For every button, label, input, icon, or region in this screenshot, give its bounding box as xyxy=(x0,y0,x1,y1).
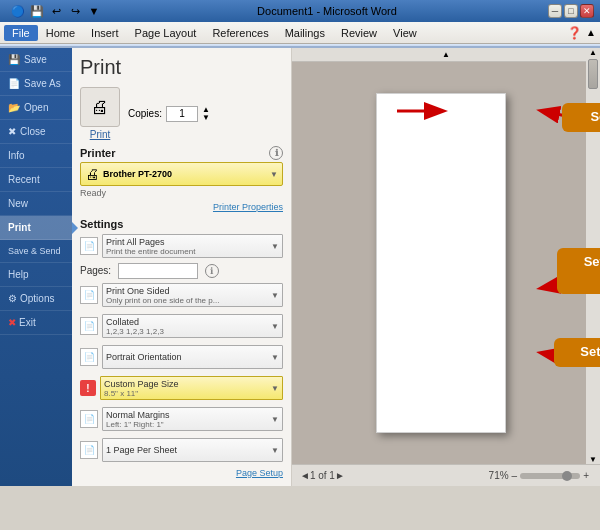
preview-scroll-right: ▲ ▼ xyxy=(586,48,600,464)
menu-mailings[interactable]: Mailings xyxy=(277,25,333,41)
zoom-minus-icon[interactable]: – xyxy=(512,470,518,481)
leftnav: 💾Save 📄Save As 📂Open ✖Close Info Recent … xyxy=(0,48,72,486)
orientation-arrow: ▼ xyxy=(271,353,279,362)
printer-dropdown-arrow: ▼ xyxy=(270,170,278,179)
zoom-slider[interactable] xyxy=(520,473,580,479)
page-size-exclaim-icon: ! xyxy=(80,380,96,396)
menu-page-layout[interactable]: Page Layout xyxy=(127,25,205,41)
scroll-top-arrow[interactable]: ▲ xyxy=(442,50,450,59)
nav-options[interactable]: ⚙Options xyxy=(0,287,72,311)
page-size-arrow: ▼ xyxy=(271,384,279,393)
print-button-area: 🖨 Print Copies: ▲ ▼ xyxy=(80,87,283,140)
pages-info-icon[interactable]: ℹ xyxy=(205,264,219,278)
collated-arrow: ▼ xyxy=(271,322,279,331)
margins-text: Normal Margins Left: 1" Right: 1" xyxy=(106,410,170,429)
minimize-ribbon-icon[interactable]: ▲ xyxy=(586,27,596,38)
print-title: Print xyxy=(80,56,283,79)
printer-dropdown[interactable]: 🖨 Brother PT-2700 ▼ xyxy=(80,162,283,186)
pages-label: Pages: ℹ xyxy=(80,263,283,279)
printer-icon: 🖨 xyxy=(91,97,109,118)
orientation-text: Portrait Orientation xyxy=(106,352,182,362)
zoom-plus-icon[interactable]: + xyxy=(583,470,589,481)
window-title: Document1 - Microsoft Word xyxy=(257,5,397,17)
menu-references[interactable]: References xyxy=(204,25,276,41)
dropdown-qat-icon[interactable]: ▼ xyxy=(86,3,102,19)
page-info: 1 of 1 xyxy=(310,470,335,481)
pages-input[interactable] xyxy=(118,263,198,279)
margins-dropdown[interactable]: Normal Margins Left: 1" Right: 1" ▼ xyxy=(102,407,283,431)
print-all-dropdown[interactable]: Print All Pages Print the entire documen… xyxy=(102,234,283,258)
setting-row-collated: 📄 Collated 1,2,3 1,2,3 1,2,3 ▼ xyxy=(80,312,283,340)
print-all-arrow: ▼ xyxy=(271,242,279,251)
one-sided-dropdown[interactable]: Print One Sided Only print on one side o… xyxy=(102,283,283,307)
nav-print-arrow xyxy=(72,222,78,234)
save-qat-icon[interactable]: 💾 xyxy=(29,3,45,19)
copies-down-icon[interactable]: ▼ xyxy=(202,114,210,122)
menu-review[interactable]: Review xyxy=(333,25,385,41)
orientation-dropdown[interactable]: Portrait Orientation ▼ xyxy=(102,345,283,369)
collated-icon: 📄 xyxy=(80,317,98,335)
print-label[interactable]: Print xyxy=(90,129,111,140)
scroll-right-arrow-down[interactable]: ▼ xyxy=(589,455,597,464)
orientation-icon: 📄 xyxy=(80,348,98,366)
preview-area: ▲ ▲ ▼ xyxy=(292,48,600,486)
nav-open[interactable]: 📂Open xyxy=(0,96,72,120)
window-controls: ─ □ ✕ xyxy=(548,4,594,18)
printer-info-icon[interactable]: ℹ xyxy=(269,146,283,160)
word-icon: 🔵 xyxy=(10,3,26,19)
menu-view[interactable]: View xyxy=(385,25,425,41)
print-all-text: Print All Pages Print the entire documen… xyxy=(106,237,195,256)
nav-new[interactable]: New xyxy=(0,192,72,216)
menu-insert[interactable]: Insert xyxy=(83,25,127,41)
nav-help[interactable]: Help xyxy=(0,263,72,287)
maximize-button[interactable]: □ xyxy=(564,4,578,18)
printer-icon-small: 🖨 xyxy=(85,166,99,182)
nav-save-send[interactable]: Save & Send xyxy=(0,240,72,263)
page-setup-link[interactable]: Page Setup xyxy=(80,468,283,478)
collated-text: Collated 1,2,3 1,2,3 1,2,3 xyxy=(106,317,164,336)
printer-section-label: Printer xyxy=(80,147,115,159)
copies-input[interactable] xyxy=(166,106,198,122)
minimize-button[interactable]: ─ xyxy=(548,4,562,18)
nav-exit[interactable]: ✖Exit xyxy=(0,311,72,335)
page-size-dropdown[interactable]: Custom Page Size 8.5" x 11" ▼ xyxy=(100,376,283,400)
nav-print[interactable]: Print xyxy=(0,216,72,240)
menu-file[interactable]: File xyxy=(4,25,38,41)
copies-area: Copies: ▲ ▼ xyxy=(128,106,210,122)
print-all-icon: 📄 xyxy=(80,237,98,255)
undo-icon[interactable]: ↩ xyxy=(48,3,64,19)
nav-save[interactable]: 💾Save xyxy=(0,48,72,72)
preview-content xyxy=(292,62,600,464)
margins-icon: 📄 xyxy=(80,410,98,428)
nav-info[interactable]: Info xyxy=(0,144,72,168)
setting-row-print-all: 📄 Print All Pages Print the entire docum… xyxy=(80,232,283,260)
nav-recent[interactable]: Recent xyxy=(0,168,72,192)
print-button[interactable]: 🖨 xyxy=(80,87,120,127)
nav-close[interactable]: ✖Close xyxy=(0,120,72,144)
page-nav-prev[interactable]: ◄ xyxy=(300,470,310,481)
page-nav-next[interactable]: ► xyxy=(335,470,345,481)
page-size-text: Custom Page Size 8.5" x 11" xyxy=(104,379,179,398)
scroll-right-arrow-up[interactable]: ▲ xyxy=(589,48,597,57)
preview-bottom: ◄ 1 of 1 ► 71% – + xyxy=(292,464,600,486)
collated-dropdown[interactable]: Collated 1,2,3 1,2,3 1,2,3 ▼ xyxy=(102,314,283,338)
close-button[interactable]: ✕ xyxy=(580,4,594,18)
titlebar: 🔵 💾 ↩ ↪ ▼ Document1 - Microsoft Word ─ □… xyxy=(0,0,600,22)
redo-icon[interactable]: ↪ xyxy=(67,3,83,19)
printer-properties-link[interactable]: Printer Properties xyxy=(80,202,283,212)
setting-row-orientation: 📄 Portrait Orientation ▼ xyxy=(80,343,283,371)
preview-page xyxy=(376,93,506,433)
scroll-thumb[interactable] xyxy=(588,59,598,89)
copies-label: Copies: xyxy=(128,108,162,119)
zoom-slider-thumb xyxy=(562,471,572,481)
setting-row-one-sided: 📄 Print One Sided Only print on one side… xyxy=(80,281,283,309)
pages-sheet-dropdown[interactable]: 1 Page Per Sheet ▼ xyxy=(102,438,283,462)
pages-sheet-text: 1 Page Per Sheet xyxy=(106,445,177,455)
printer-status: Ready xyxy=(80,188,283,198)
printer-name: Brother PT-2700 xyxy=(103,169,270,179)
setting-row-pages-sheet: 📄 1 Page Per Sheet ▼ xyxy=(80,436,283,464)
printer-info: Brother PT-2700 xyxy=(99,169,270,179)
help-icon[interactable]: ❓ xyxy=(567,26,582,40)
nav-save-as[interactable]: 📄Save As xyxy=(0,72,72,96)
menu-home[interactable]: Home xyxy=(38,25,83,41)
